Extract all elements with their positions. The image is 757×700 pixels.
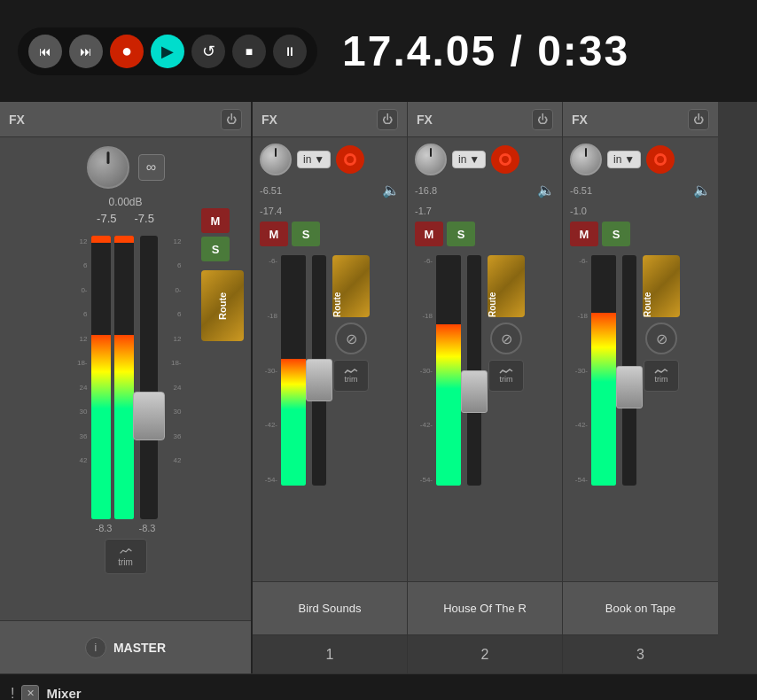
master-peak-labels: -7.5 -7.5 [97,212,154,225]
record-button[interactable]: ● [110,35,144,68]
ch2-solo-button[interactable]: S [447,222,475,246]
ch2-mute-button[interactable]: M [415,222,443,246]
ch2-in-dropdown[interactable]: in ▼ [452,151,486,168]
ch1-route-button[interactable]: Route [332,255,370,317]
master-route-button[interactable]: Route [201,270,244,341]
ch3-trim-button[interactable]: trim [644,360,679,392]
ch3-pan-knob[interactable] [570,144,602,175]
master-info-button[interactable]: i [85,637,106,658]
exclamation-icon: ! [11,686,14,701]
ch1-trim-label: trim [345,375,358,384]
ch3-db2: -1.0 [570,206,587,216]
ch3-phase-button[interactable]: ⊘ [645,323,677,354]
ch1-fx-label: FX [261,113,370,127]
ch1-power-button[interactable]: ⏻ [377,109,398,130]
ch1-trim-button[interactable]: trim [333,360,369,392]
ch1-speaker-icon: 🔈 [382,182,400,198]
ch1-record-button[interactable] [336,145,364,174]
ch2-meter [436,255,461,486]
ch2-record-button[interactable] [491,145,519,174]
ch2-phase-button[interactable]: ⊘ [490,323,522,354]
ch1-solo-button[interactable]: S [292,222,320,246]
ch2-power-button[interactable]: ⏻ [532,109,553,130]
channel-3: FX ⏻ in ▼ -6.51 🔈 -1.0 M [563,102,718,673]
loop-button[interactable]: ↺ [191,35,225,68]
master-trim-button[interactable]: trim [105,539,147,574]
ch3-send-area: in ▼ [563,137,718,182]
ch2-db1: -16.8 [415,185,437,196]
master-fader-track [140,236,158,519]
ch3-record-button[interactable] [646,145,675,174]
ch3-fx-bar: FX ⏻ [563,102,718,137]
ch3-fader-track [622,255,636,486]
ch3-mute-button[interactable]: M [570,222,598,246]
ch1-right-controls: Route ⊘ trim [332,255,370,392]
master-mute-button[interactable]: M [201,208,230,233]
master-power-button[interactable]: ⏻ [221,109,242,130]
master-fader[interactable] [133,392,165,440]
ch2-footer: House Of The R [408,581,562,634]
stop-button[interactable]: ■ [232,35,266,68]
master-footer: i MASTER [0,620,251,673]
ch3-power-button[interactable]: ⏻ [688,109,709,130]
ch2-speaker-icon: 🔈 [537,182,555,198]
ch2-fader[interactable] [461,370,488,413]
master-solo-button[interactable]: S [201,237,230,261]
ch1-in-dropdown[interactable]: in ▼ [297,151,331,168]
ch1-db1: -6.51 [260,185,282,196]
ch2-fader-track [467,255,481,486]
ch1-send-area: in ▼ [253,137,407,182]
ch3-right-controls: Route ⊘ trim [643,255,680,392]
ch3-meter [591,255,616,486]
time-display: 17.4.05 / 0:33 [342,27,629,75]
ch2-scale: -6- -18 -30- -42- -54- [415,255,433,486]
mixer-area: FX ⏻ ∞ 0.00dB -7.5 -7.5 M S Route [0,102,757,673]
master-fx-bar: FX ⏻ [0,102,251,137]
ch2-trim-label: trim [500,375,513,384]
ch3-in-dropdown[interactable]: in ▼ [607,151,641,168]
master-peak-right: -7.5 [135,212,154,225]
pause-button[interactable]: ⏸ [273,35,307,68]
forward-button[interactable]: ⏭ [69,35,103,68]
channels-container: FX ⏻ in ▼ -6.51 🔈 -17.4 [253,102,757,673]
play-button[interactable]: ▶ [151,35,184,68]
master-pan-knob[interactable] [87,146,129,189]
ch1-fader[interactable] [306,359,332,401]
transport-group: ⏮ ⏭ ● ▶ ↺ ■ ⏸ [18,27,317,75]
master-fader-db-right: -8.3 [139,523,156,533]
toolbar: ⏮ ⏭ ● ▶ ↺ ■ ⏸ 17.4.05 / 0:33 [0,0,757,102]
ch1-scale: -6- -18 -30- -42- -54- [260,255,277,486]
ch2-fader-area: -6- -18 -30- -42- -54- Route ⊘ [408,248,562,581]
ch1-pan-knob[interactable] [260,144,292,175]
ch1-meter [281,255,306,486]
ch1-fx-bar: FX ⏻ [253,102,407,137]
master-knob-area: ∞ [87,146,165,189]
master-link-button[interactable]: ∞ [138,154,165,181]
ch2-route-button[interactable]: Route [488,255,525,317]
ch3-route-button[interactable]: Route [643,255,680,317]
ch2-db2: -1.7 [415,206,432,216]
ch3-fader[interactable] [616,366,643,408]
master-channel: FX ⏻ ∞ 0.00dB -7.5 -7.5 M S Route [0,102,253,673]
ch2-send-area: in ▼ [408,137,562,182]
ch2-fx-bar: FX ⏻ [408,102,562,137]
ch2-pan-knob[interactable] [415,144,447,175]
master-db-label: 0.00dB [108,196,142,208]
ch1-number: 1 [253,634,407,673]
ch1-db2: -17.4 [260,206,282,216]
ch2-fx-label: FX [417,113,525,127]
ch3-db1: -6.51 [570,185,592,196]
ch3-footer: Book on Tape [563,581,718,634]
ch3-number: 3 [563,634,718,673]
ch1-fader-area: -6- -18 -30- -42- -54- Route ⊘ [253,248,407,581]
ch2-trim-button[interactable]: trim [488,360,524,392]
ch3-solo-button[interactable]: S [602,222,630,246]
ch1-mute-button[interactable]: M [260,222,288,246]
rewind-button[interactable]: ⏮ [28,35,62,68]
master-peak-left: -7.5 [97,212,116,225]
ch1-name: Bird Sounds [299,602,362,615]
ch3-trim-label: trim [655,375,668,384]
channel-2: FX ⏻ in ▼ -16.8 🔈 -1.7 M [408,102,563,673]
ch1-phase-button[interactable]: ⊘ [335,323,367,354]
close-button[interactable]: ✕ [21,685,39,701]
